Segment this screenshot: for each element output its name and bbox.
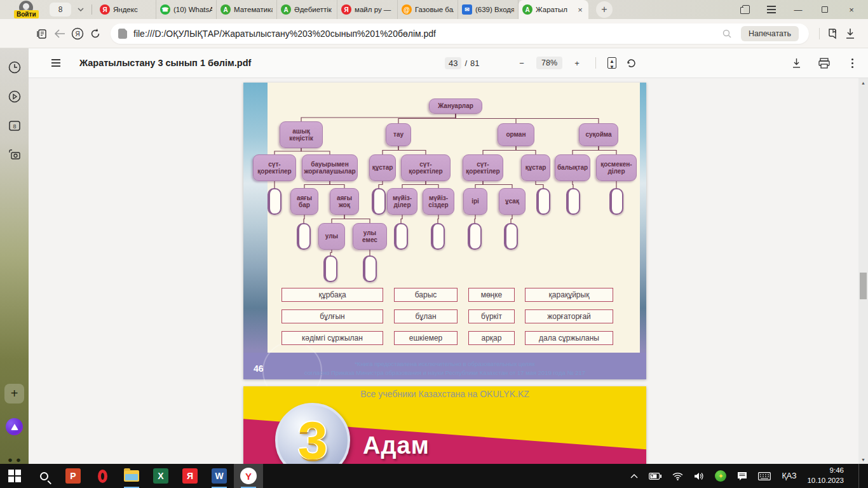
taskbar-word-icon[interactable]: W (205, 464, 234, 488)
animal-classification-diagram: Жануарларашық кеңістіктауормансуқоймасүт… (243, 83, 646, 379)
fit-page-icon[interactable]: ▲▼ (607, 57, 616, 69)
clock[interactable]: 9:46 10.10.2023 (807, 466, 848, 485)
screenshot-icon[interactable] (6, 146, 23, 163)
video-icon[interactable] (6, 88, 23, 105)
login-badge[interactable]: Войти (14, 10, 39, 18)
svg-text:8: 8 (13, 123, 16, 130)
search-glyph (40, 472, 48, 480)
taskbar-start-icon[interactable] (0, 464, 29, 488)
browser-tab[interactable]: Ямайл ру — Я (337, 0, 398, 19)
taskbar-excel-icon[interactable]: X (146, 464, 175, 488)
refresh-icon[interactable] (86, 25, 104, 43)
diagram-empty-slot (394, 223, 408, 250)
pdf-scrollbar[interactable]: ▲ ▼ (858, 78, 868, 464)
menu-icon[interactable] (766, 4, 776, 15)
browser-tab-bar: Войти 8 ЯЯндекс☎(10) WhatsAAМатематикаAӘ… (0, 0, 868, 19)
system-tray: ✦ ҚАЗ 9:46 10.10.2023 (630, 464, 868, 488)
okulyk-watermark: Все учебники Казахстана на OKULYK.KZ (243, 389, 646, 399)
pdf-more-icon[interactable] (845, 56, 859, 70)
profile-area[interactable]: Войти (0, 0, 41, 19)
taskbar-yandex-icon[interactable]: Y (234, 464, 263, 488)
file-icon (118, 29, 127, 39)
atamura-favicon: A (220, 4, 231, 15)
diagram-empty-slot (323, 255, 337, 282)
browser-tab[interactable]: AЖаратыл× (519, 0, 588, 19)
diagram-node: құстар (369, 154, 396, 181)
diagram-node: ұсақ (499, 188, 526, 215)
history-icon[interactable] (6, 58, 23, 76)
word-bank-item: қарақұйрық (525, 288, 613, 302)
diagram-empty-slot (297, 223, 311, 250)
tab-label: (10) WhatsA (173, 6, 212, 13)
wifi-icon[interactable] (672, 472, 683, 480)
tab-close-icon[interactable]: × (576, 5, 585, 15)
divider (92, 4, 92, 15)
yandex-glyph: Y (240, 468, 257, 484)
language-indicator[interactable]: ҚАЗ (782, 471, 796, 480)
panels-icon[interactable] (33, 25, 51, 43)
volume-icon[interactable] (694, 472, 704, 480)
scroll-up-icon[interactable]: ▲ (858, 78, 868, 87)
zoom-out-button[interactable]: − (515, 56, 529, 70)
yandex-home-icon[interactable]: Я (69, 25, 86, 43)
minimize-button[interactable]: — (793, 4, 803, 15)
scrollbar-thumb[interactable] (860, 273, 867, 299)
battery-icon[interactable] (649, 473, 661, 480)
browser-tab[interactable]: ЯЯндекс (96, 0, 156, 19)
browser-tab[interactable]: ☎(10) WhatsA (156, 0, 217, 19)
side-panel-icon[interactable] (742, 5, 750, 14)
browser-tab[interactable]: @Газовые бал (398, 0, 458, 19)
divider (819, 28, 820, 39)
diagram-empty-slot (609, 188, 623, 215)
diagram-empty-slot (431, 223, 445, 250)
word-bank-item: кәдімгі сұржылан (281, 331, 383, 345)
touch-keyboard-icon[interactable] (758, 472, 771, 480)
word-bank-item: жорғаторғай (525, 309, 613, 323)
sidebar-add-button[interactable]: + (4, 384, 24, 403)
tray-expand-icon[interactable] (630, 474, 638, 478)
print-button[interactable]: Напечатать (741, 26, 799, 41)
diagram-node: мүйіз- сіздер (423, 188, 454, 215)
diagram-empty-slot (268, 188, 281, 215)
diagram-node: сүт- қоректілер (401, 154, 451, 181)
word-bank-item: бұлғын (281, 309, 383, 323)
new-tab-button[interactable]: + (596, 1, 613, 18)
pdf-download-icon[interactable] (789, 56, 803, 70)
taskbar-file-explorer-icon[interactable] (117, 464, 146, 488)
browser-tab[interactable]: ✉(639) Входящ (458, 0, 519, 19)
taskbar-opera-icon[interactable] (88, 464, 117, 488)
tab-counter[interactable]: 8 (50, 3, 71, 17)
search-icon[interactable] (718, 25, 736, 43)
pdf-print-icon[interactable] (817, 56, 831, 70)
start-glyph (8, 470, 21, 482)
pdf-toolbar: Жаратылыстану 3 сынып 1 бөлім.pdf 43 / 8… (29, 48, 868, 78)
notification-icon[interactable] (737, 471, 747, 481)
close-button[interactable]: × (846, 4, 857, 15)
word-bank-item: барыс (394, 288, 458, 302)
taskbar-powerpoint-icon[interactable]: P (58, 464, 88, 488)
alice-assistant-icon[interactable] (6, 418, 23, 435)
show-desktop-button[interactable] (858, 464, 862, 488)
chevron-down-icon[interactable] (74, 3, 88, 17)
pdf-sidebar-toggle-icon[interactable] (49, 56, 63, 70)
restore-button[interactable] (820, 4, 830, 15)
taskbar-search-icon[interactable] (29, 464, 58, 488)
rotate-icon[interactable] (624, 56, 638, 70)
tabs-panel-icon[interactable]: 8 (6, 117, 23, 134)
back-icon[interactable] (51, 25, 69, 43)
tray-date: 10.10.2023 (807, 477, 844, 484)
file-explorer-glyph (124, 470, 139, 482)
browser-tab[interactable]: AӘдебиеттік (277, 0, 337, 19)
page-current[interactable]: 43 (445, 57, 461, 69)
bookmarks-icon[interactable] (824, 25, 841, 43)
taskbar-yandex-browser-icon[interactable]: Я (175, 464, 205, 488)
pdf-title: Жаратылыстану 3 сынып 1 бөлім.pdf (79, 58, 251, 68)
url-field[interactable]: file:///D:/ОҚУЛЫҚТАР/Жаратылыстану%203%2… (111, 24, 809, 44)
download-icon[interactable] (841, 25, 859, 43)
zoom-in-button[interactable]: + (570, 56, 584, 70)
scroll-down-icon[interactable]: ▼ (858, 455, 868, 464)
tab-label: Математика (234, 6, 273, 13)
url-text[interactable]: file:///D:/ОҚУЛЫҚТАР/Жаратылыстану%203%2… (133, 29, 718, 39)
browser-tab[interactable]: AМатематика (217, 0, 277, 19)
antivirus-icon[interactable]: ✦ (715, 470, 726, 482)
